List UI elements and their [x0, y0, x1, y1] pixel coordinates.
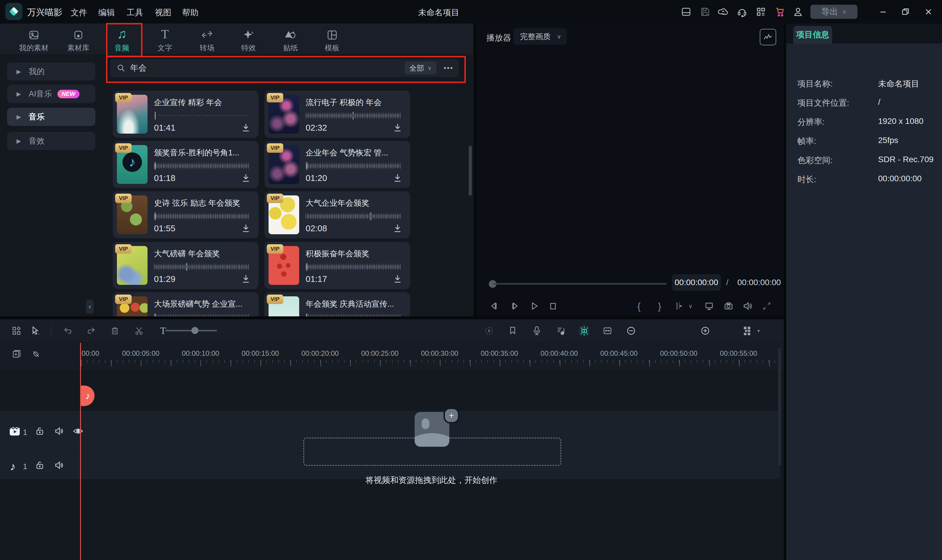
close-button[interactable]: [922, 5, 935, 18]
restore-button[interactable]: [899, 5, 912, 18]
tab-transitions[interactable]: 转场: [188, 27, 226, 53]
minimize-button[interactable]: [876, 5, 890, 18]
support-headset-icon[interactable]: [735, 5, 749, 18]
more-options-button[interactable]: [441, 67, 456, 69]
menu-edit[interactable]: 编辑: [98, 7, 115, 18]
snapshot-camera-button[interactable]: [722, 299, 735, 313]
mark-in-button[interactable]: {: [632, 299, 646, 313]
save-icon[interactable]: [698, 5, 711, 18]
add-media-plus-icon[interactable]: +: [444, 408, 459, 423]
fullscreen-button[interactable]: [760, 299, 774, 313]
sidebar-item-music[interactable]: ▶ 音乐: [7, 108, 96, 126]
snap-toggle-icon[interactable]: [577, 324, 591, 338]
download-icon[interactable]: [392, 223, 403, 234]
split-preview-icon[interactable]: [672, 299, 686, 313]
music-card[interactable]: VIP 企业宣传 精彩 年会 01:41: [113, 91, 259, 138]
stop-button[interactable]: [546, 299, 560, 313]
timeline-scrollbar[interactable]: [778, 348, 781, 466]
menu-view[interactable]: 视图: [155, 7, 171, 18]
music-card[interactable]: VIP 大场景磅礴气势 企业宣...: [113, 292, 259, 316]
app-logo-icon[interactable]: [5, 3, 22, 20]
timeline-ruler[interactable]: 00:00 00:00:05:00 00:00:10:00 00:00:15:0…: [0, 343, 784, 370]
zoom-in-icon[interactable]: [698, 324, 712, 338]
menu-tools[interactable]: 工具: [126, 7, 143, 18]
keyframe-grid-icon[interactable]: [9, 324, 23, 338]
marker-icon[interactable]: [506, 324, 520, 338]
music-card[interactable]: VIP 史诗 弦乐 励志 年会颁奖 01:55: [113, 191, 259, 238]
audio-mixer-icon[interactable]: [553, 324, 568, 338]
chevron-down-icon[interactable]: ∨: [686, 299, 695, 313]
quality-dropdown[interactable]: 完整画质 ∨: [513, 28, 567, 45]
timeline-zoom-slider[interactable]: [165, 330, 217, 331]
player-seek-track[interactable]: [493, 283, 667, 285]
previous-frame-button[interactable]: [487, 299, 501, 313]
undo-icon[interactable]: [61, 324, 75, 338]
download-icon[interactable]: [240, 122, 251, 133]
unlink-icon[interactable]: [29, 347, 43, 361]
download-icon[interactable]: [392, 273, 403, 284]
cloud-sync-icon[interactable]: [717, 5, 730, 18]
lock-track-icon[interactable]: [35, 426, 45, 436]
apps-grid-icon[interactable]: [754, 5, 768, 18]
mark-out-button[interactable]: }: [652, 299, 667, 313]
tab-project-info[interactable]: 项目信息: [793, 26, 832, 43]
record-voiceover-icon[interactable]: [530, 324, 544, 338]
redo-icon[interactable]: [84, 324, 98, 338]
download-icon[interactable]: [240, 172, 251, 183]
tab-audio[interactable]: ♫ 音频: [103, 27, 141, 53]
sidebar-item-sound-effects[interactable]: ▶ 音效: [7, 132, 96, 150]
sidebar-item-ai-music[interactable]: ▶ AI音乐 NEW: [7, 85, 96, 103]
export-button[interactable]: 导出 ∨: [810, 5, 857, 19]
add-clip-to-track-icon[interactable]: [10, 347, 24, 361]
tab-effects[interactable]: 特效: [230, 27, 268, 53]
split-scissors-icon[interactable]: [132, 324, 146, 338]
download-icon[interactable]: [392, 122, 403, 133]
mute-track-icon[interactable]: [54, 460, 64, 470]
music-card[interactable]: VIP 大气磅礴 年会颁奖 01:29: [113, 242, 259, 289]
download-icon[interactable]: [240, 273, 251, 284]
tab-stickers[interactable]: 贴纸: [271, 27, 310, 53]
music-card[interactable]: VIP 流行电子 积极的 年会 02:32: [264, 91, 410, 138]
filter-dropdown[interactable]: 全部 ∨: [405, 62, 436, 74]
delete-icon[interactable]: [108, 324, 122, 338]
render-preview-icon[interactable]: [482, 324, 496, 338]
playhead-line[interactable]: [80, 343, 81, 560]
layout-panel-icon[interactable]: [680, 5, 692, 18]
collapse-sidebar-button[interactable]: ‹: [86, 300, 94, 314]
hide-track-icon[interactable]: [72, 426, 84, 436]
music-card[interactable]: VIP 大气企业年会颁奖 02:08: [264, 191, 410, 238]
music-card[interactable]: VIP 积极振奋年会颁奖 01:17: [264, 242, 410, 289]
download-icon[interactable]: [392, 172, 403, 183]
current-timecode[interactable]: 00:00:00:00: [672, 274, 721, 291]
music-card[interactable]: VIP 企业年会 气势恢宏 管... 01:20: [264, 141, 410, 188]
music-card[interactable]: VIP 年会颁奖 庆典活动宣传...: [264, 292, 410, 316]
tab-text[interactable]: T 文字: [146, 27, 184, 53]
playhead-audio-grip[interactable]: ♪: [81, 386, 94, 406]
tab-my-media[interactable]: 我的素材: [15, 27, 53, 53]
track-manager-chevron-icon[interactable]: ▾: [754, 324, 763, 338]
sidebar-item-mine[interactable]: ▶ 我的: [7, 62, 96, 81]
account-icon[interactable]: [791, 5, 805, 18]
zoom-out-icon[interactable]: [624, 324, 638, 338]
select-tool-icon[interactable]: [28, 324, 42, 338]
display-device-button[interactable]: [702, 299, 716, 313]
lock-track-icon[interactable]: [35, 460, 45, 470]
tab-templates[interactable]: 模板: [313, 27, 351, 53]
volume-button[interactable]: [740, 299, 754, 313]
download-icon[interactable]: [240, 223, 251, 234]
search-input[interactable]: 年会: [130, 62, 405, 74]
next-frame-button[interactable]: [508, 299, 522, 313]
music-card[interactable]: ♪ VIP 颁奖音乐-胜利的号角1... 01:18: [113, 141, 259, 188]
search-bar[interactable]: 年会 全部 ∨: [110, 59, 459, 77]
auto-ripple-icon[interactable]: [600, 324, 615, 338]
cart-icon[interactable]: [773, 5, 786, 18]
mute-track-icon[interactable]: [54, 426, 64, 436]
menu-help[interactable]: 帮助: [182, 7, 199, 18]
menu-file[interactable]: 文件: [71, 7, 87, 18]
track-manager-icon[interactable]: [740, 324, 754, 338]
tab-stock-media[interactable]: 素材库: [59, 27, 97, 53]
play-button[interactable]: [527, 299, 541, 313]
video-scopes-icon[interactable]: [760, 29, 776, 45]
media-scrollbar[interactable]: [469, 146, 472, 196]
timeline-zoom-handle[interactable]: [191, 327, 199, 334]
